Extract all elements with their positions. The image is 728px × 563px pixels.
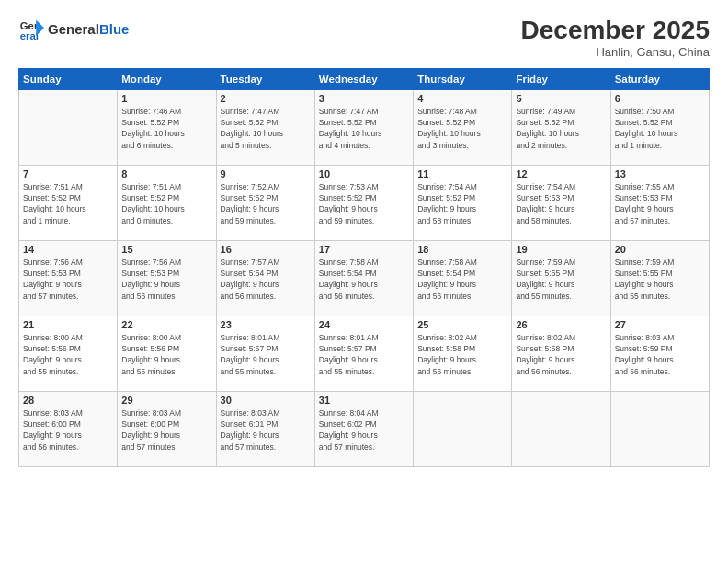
calendar-cell: 30Sunrise: 8:03 AM Sunset: 6:01 PM Dayli… <box>216 391 314 466</box>
calendar-week-row: 1Sunrise: 7:46 AM Sunset: 5:52 PM Daylig… <box>19 89 710 165</box>
calendar-cell: 19Sunrise: 7:59 AM Sunset: 5:55 PM Dayli… <box>512 240 610 316</box>
calendar-cell: 28Sunrise: 8:03 AM Sunset: 6:00 PM Dayli… <box>19 391 118 466</box>
day-number: 14 <box>23 244 113 255</box>
calendar-cell: 10Sunrise: 7:53 AM Sunset: 5:52 PM Dayli… <box>314 165 413 240</box>
calendar-cell: 13Sunrise: 7:55 AM Sunset: 5:53 PM Dayli… <box>610 165 709 240</box>
day-number: 22 <box>121 319 211 330</box>
calendar-cell: 6Sunrise: 7:50 AM Sunset: 5:52 PM Daylig… <box>610 89 709 165</box>
calendar-week-row: 14Sunrise: 7:56 AM Sunset: 5:53 PM Dayli… <box>19 240 710 316</box>
day-number: 28 <box>23 395 113 406</box>
day-number: 16 <box>221 244 311 255</box>
day-number: 29 <box>121 395 211 406</box>
day-number: 10 <box>319 168 409 179</box>
day-number: 3 <box>319 93 409 104</box>
calendar-cell: 15Sunrise: 7:56 AM Sunset: 5:53 PM Dayli… <box>118 240 216 316</box>
location-subtitle: Hanlin, Gansu, China <box>521 45 710 59</box>
day-info: Sunrise: 7:46 AM Sunset: 5:52 PM Dayligh… <box>121 106 211 151</box>
calendar-cell: 8Sunrise: 7:51 AM Sunset: 5:52 PM Daylig… <box>118 165 216 240</box>
month-title: December 2025 <box>521 17 710 45</box>
day-info: Sunrise: 8:04 AM Sunset: 6:02 PM Dayligh… <box>319 408 409 453</box>
calendar-cell: 9Sunrise: 7:52 AM Sunset: 5:52 PM Daylig… <box>216 165 314 240</box>
header-day: Saturday <box>610 68 709 89</box>
logo-icon: Gen eral <box>18 17 44 42</box>
calendar-cell: 14Sunrise: 7:56 AM Sunset: 5:53 PM Dayli… <box>19 240 118 316</box>
day-number: 25 <box>417 319 507 330</box>
title-block: December 2025 Hanlin, Gansu, China <box>521 17 710 59</box>
calendar-cell <box>610 391 709 466</box>
calendar-cell: 22Sunrise: 8:00 AM Sunset: 5:56 PM Dayli… <box>118 316 216 391</box>
calendar-table: SundayMondayTuesdayWednesdayThursdayFrid… <box>18 68 710 467</box>
calendar-cell: 3Sunrise: 7:47 AM Sunset: 5:52 PM Daylig… <box>314 89 413 165</box>
day-info: Sunrise: 7:55 AM Sunset: 5:53 PM Dayligh… <box>615 181 705 226</box>
header-day: Wednesday <box>314 68 413 89</box>
day-number: 21 <box>23 319 113 330</box>
day-info: Sunrise: 8:03 AM Sunset: 6:00 PM Dayligh… <box>23 408 113 453</box>
day-number: 27 <box>615 319 705 330</box>
day-number: 31 <box>319 395 409 406</box>
day-number: 17 <box>319 244 409 255</box>
calendar-cell: 27Sunrise: 8:03 AM Sunset: 5:59 PM Dayli… <box>610 316 709 391</box>
calendar-week-row: 21Sunrise: 8:00 AM Sunset: 5:56 PM Dayli… <box>19 316 710 391</box>
day-number: 12 <box>516 168 606 179</box>
day-number: 5 <box>516 93 606 104</box>
day-number: 11 <box>417 168 507 179</box>
day-info: Sunrise: 7:59 AM Sunset: 5:55 PM Dayligh… <box>516 257 606 302</box>
calendar-cell: 23Sunrise: 8:01 AM Sunset: 5:57 PM Dayli… <box>216 316 314 391</box>
calendar-cell <box>19 89 118 165</box>
header: Gen eral GeneralBlue December 2025 Hanli… <box>18 17 710 59</box>
svg-text:eral: eral <box>20 30 39 41</box>
day-info: Sunrise: 8:01 AM Sunset: 5:57 PM Dayligh… <box>319 332 409 377</box>
day-info: Sunrise: 7:51 AM Sunset: 5:52 PM Dayligh… <box>121 181 211 226</box>
day-number: 9 <box>221 168 311 179</box>
header-day: Monday <box>118 68 216 89</box>
day-info: Sunrise: 7:52 AM Sunset: 5:52 PM Dayligh… <box>221 181 311 226</box>
calendar-cell: 20Sunrise: 7:59 AM Sunset: 5:55 PM Dayli… <box>610 240 709 316</box>
day-info: Sunrise: 8:00 AM Sunset: 5:56 PM Dayligh… <box>23 332 113 377</box>
day-number: 24 <box>319 319 409 330</box>
day-number: 4 <box>417 93 507 104</box>
day-info: Sunrise: 8:03 AM Sunset: 5:59 PM Dayligh… <box>615 332 705 377</box>
header-day: Friday <box>512 68 610 89</box>
day-info: Sunrise: 7:56 AM Sunset: 5:53 PM Dayligh… <box>23 257 113 302</box>
day-number: 7 <box>23 168 113 179</box>
calendar-cell <box>512 391 610 466</box>
calendar-cell: 2Sunrise: 7:47 AM Sunset: 5:52 PM Daylig… <box>216 89 314 165</box>
day-info: Sunrise: 8:03 AM Sunset: 6:01 PM Dayligh… <box>221 408 311 453</box>
calendar-week-row: 7Sunrise: 7:51 AM Sunset: 5:52 PM Daylig… <box>19 165 710 240</box>
calendar-cell: 24Sunrise: 8:01 AM Sunset: 5:57 PM Dayli… <box>314 316 413 391</box>
day-info: Sunrise: 7:58 AM Sunset: 5:54 PM Dayligh… <box>319 257 409 302</box>
calendar-cell: 25Sunrise: 8:02 AM Sunset: 5:58 PM Dayli… <box>414 316 512 391</box>
day-info: Sunrise: 8:00 AM Sunset: 5:56 PM Dayligh… <box>121 332 211 377</box>
day-info: Sunrise: 7:49 AM Sunset: 5:52 PM Dayligh… <box>516 106 606 151</box>
calendar-cell: 7Sunrise: 7:51 AM Sunset: 5:52 PM Daylig… <box>19 165 118 240</box>
header-day: Sunday <box>19 68 118 89</box>
day-info: Sunrise: 8:02 AM Sunset: 5:58 PM Dayligh… <box>516 332 606 377</box>
calendar-cell <box>414 391 512 466</box>
header-row: SundayMondayTuesdayWednesdayThursdayFrid… <box>19 68 710 89</box>
day-number: 23 <box>221 319 311 330</box>
header-day: Thursday <box>414 68 512 89</box>
day-number: 8 <box>121 168 211 179</box>
calendar-week-row: 28Sunrise: 8:03 AM Sunset: 6:00 PM Dayli… <box>19 391 710 466</box>
day-info: Sunrise: 7:59 AM Sunset: 5:55 PM Dayligh… <box>615 257 705 302</box>
header-day: Tuesday <box>216 68 314 89</box>
day-number: 30 <box>221 395 311 406</box>
calendar-cell: 11Sunrise: 7:54 AM Sunset: 5:52 PM Dayli… <box>414 165 512 240</box>
day-info: Sunrise: 7:54 AM Sunset: 5:52 PM Dayligh… <box>417 181 507 226</box>
calendar-cell: 4Sunrise: 7:48 AM Sunset: 5:52 PM Daylig… <box>414 89 512 165</box>
day-info: Sunrise: 8:02 AM Sunset: 5:58 PM Dayligh… <box>417 332 507 377</box>
calendar-cell: 17Sunrise: 7:58 AM Sunset: 5:54 PM Dayli… <box>314 240 413 316</box>
day-number: 20 <box>615 244 705 255</box>
day-info: Sunrise: 7:56 AM Sunset: 5:53 PM Dayligh… <box>121 257 211 302</box>
day-info: Sunrise: 7:48 AM Sunset: 5:52 PM Dayligh… <box>417 106 507 151</box>
day-info: Sunrise: 7:51 AM Sunset: 5:52 PM Dayligh… <box>23 181 113 226</box>
calendar-cell: 1Sunrise: 7:46 AM Sunset: 5:52 PM Daylig… <box>118 89 216 165</box>
day-info: Sunrise: 7:50 AM Sunset: 5:52 PM Dayligh… <box>615 106 705 151</box>
calendar-page: Gen eral GeneralBlue December 2025 Hanli… <box>0 0 728 563</box>
calendar-cell: 18Sunrise: 7:58 AM Sunset: 5:54 PM Dayli… <box>414 240 512 316</box>
calendar-cell: 26Sunrise: 8:02 AM Sunset: 5:58 PM Dayli… <box>512 316 610 391</box>
day-info: Sunrise: 7:53 AM Sunset: 5:52 PM Dayligh… <box>319 181 409 226</box>
day-number: 26 <box>516 319 606 330</box>
day-number: 18 <box>417 244 507 255</box>
calendar-cell: 12Sunrise: 7:54 AM Sunset: 5:53 PM Dayli… <box>512 165 610 240</box>
